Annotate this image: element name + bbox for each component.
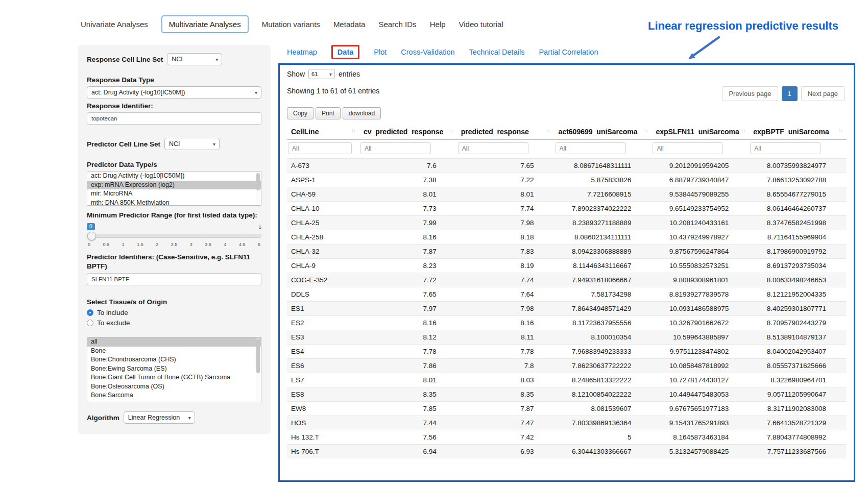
copy-button[interactable]: Copy (287, 107, 314, 119)
predictor-identifiers-input[interactable] (87, 273, 261, 285)
tab-plot[interactable]: Plot (374, 48, 387, 56)
radio-to-exclude-label: To exclude (97, 319, 130, 327)
list-option-bone-giant-cell-tumor-of-bone-gctb-sarcoma[interactable]: Bone:Giant Cell Tumor of Bone (GCTB) Sar… (87, 373, 261, 382)
scrollbar[interactable] (256, 173, 260, 204)
response-cell-line-set-select[interactable]: NCI ▾ (167, 53, 222, 65)
nav-item-help[interactable]: Help (430, 16, 446, 32)
sort-icon[interactable]: ↑↓ (449, 128, 453, 133)
scrollbar[interactable] (256, 338, 260, 401)
table-row[interactable]: ES88.358.358.1210085402222210.4494475483… (287, 387, 847, 402)
radio-to-include[interactable]: To include (87, 309, 261, 316)
cell-value: 8.16 (457, 316, 554, 330)
table-row[interactable]: COG-E-3527.727.747.949316180666679.80893… (287, 273, 847, 287)
response-identifier-input[interactable] (87, 112, 261, 125)
predictor-cell-line-set-select[interactable]: NCI ▾ (164, 138, 220, 150)
tab-partial-correlation[interactable]: Partial Correlation (539, 48, 598, 56)
list-option-bone-osteosarcoma-os[interactable]: Bone:Osteosarcoma (OS) (87, 382, 261, 392)
list-option-mir-microrna[interactable]: mir: MicroRNA (87, 189, 261, 199)
slider-track[interactable] (87, 234, 261, 238)
list-option-peripheral-nervous-system[interactable]: Peripheral_Nervous_System (87, 400, 261, 403)
scrollbar-thumb[interactable] (256, 339, 260, 373)
cell-value: 8.69137293735034 (749, 259, 847, 273)
cell-value: 8.08671648311111 (554, 159, 652, 173)
filter-input-expslfn11-unisarcoma[interactable] (653, 142, 723, 154)
nav-item-metadata[interactable]: Metadata (333, 16, 366, 32)
list-option-bone[interactable]: Bone (87, 347, 261, 356)
column-header-expbptf-unisarcoma[interactable]: ↑↓expBPTF_uniSarcoma (749, 124, 847, 140)
sort-icon[interactable]: ↑↓ (741, 128, 745, 133)
predictor-data-type-list[interactable]: act: Drug Activity (-log10[IC50M])exp: m… (87, 171, 261, 206)
column-header-act609699-unisarcoma[interactable]: ↑↓act609699_uniSarcoma (554, 124, 652, 140)
nav-item-univariate-analyses[interactable]: Univariate Analyses (81, 16, 148, 32)
tab-heatmap[interactable]: Heatmap (287, 48, 317, 56)
next-page-button[interactable]: Next page (801, 86, 845, 101)
sort-icon[interactable]: ↑↓ (351, 128, 355, 133)
table-row[interactable]: ES38.128.118.10001035410.5996438858978.5… (287, 330, 847, 345)
table-row[interactable]: ES28.168.168.1172363795555610.3267901662… (287, 316, 847, 330)
table-row[interactable]: CHLA-257.997.988.2389327118888910.208124… (287, 216, 847, 230)
table-row[interactable]: CHLA-2588.168.188.0860213411111110.43792… (287, 230, 847, 245)
tissue-list[interactable]: allBoneBone:Chondrosarcoma (CHS)Bone:Ewi… (87, 337, 261, 402)
filter-input-cv-predicted-response[interactable] (360, 142, 431, 154)
list-option-exp-mrna-expression-log2[interactable]: exp: mRNA Expression (log2) (87, 181, 261, 190)
table-row[interactable]: ES17.977.987.8643494857142910.0931486588… (287, 302, 847, 316)
radio-to-exclude[interactable]: To exclude (87, 319, 261, 327)
filter-input-act609699-unisarcoma[interactable] (556, 142, 626, 154)
sort-icon[interactable]: ↑↓ (838, 128, 842, 133)
previous-page-button[interactable]: Previous page (722, 86, 778, 101)
entries-count-select[interactable]: 61 ▾ (308, 69, 335, 79)
table-row[interactable]: ES47.787.787.968839492333339.97511238474… (287, 345, 847, 359)
download-button[interactable]: download (343, 107, 381, 119)
cell-value: 8.24865813322222 (554, 373, 652, 387)
column-header-cellline[interactable]: ↑↓CellLine (287, 124, 359, 140)
min-predictor-range-slider[interactable]: 0 5 00.511.522.533.544.55 (87, 223, 261, 249)
table-row[interactable]: CHA-598.018.017.72166089159.538445790892… (287, 187, 847, 202)
slider-tick: 1.5 (137, 242, 143, 247)
sort-icon[interactable]: ↑↓ (546, 128, 550, 133)
list-option-all[interactable]: all (87, 337, 261, 347)
nav-item-search-ids[interactable]: Search IDs (378, 16, 416, 32)
slider-tick: 0.5 (103, 242, 110, 247)
table-row[interactable]: Hs 132.T7.567.4258.16458734631847.880437… (287, 430, 847, 445)
list-option-act-drug-activity-log10-ic50m[interactable]: act: Drug Activity (-log10[IC50M]) (87, 172, 261, 181)
filter-input-cellline[interactable] (288, 142, 352, 154)
tab-cross-validation[interactable]: Cross-Validation (401, 48, 454, 56)
column-header-predicted-response[interactable]: ↑↓predicted_response (457, 124, 554, 140)
tab-data[interactable]: Data (331, 45, 359, 59)
column-header-cv-predicted-response[interactable]: ↑↓cv_predicted_response (359, 124, 457, 140)
cell-line-name: Hs 132.T (287, 430, 359, 445)
cell-line-name: Hs 706.T (287, 445, 359, 459)
table-row[interactable]: Hs 706.T6.946.936.304413033666675.313245… (287, 445, 847, 459)
nav-item-multivariate-analyses[interactable]: Multivariate Analyses (161, 15, 249, 33)
response-data-type-select[interactable]: act: Drug Activity (-log10[IC50M]) ▾ (87, 86, 261, 99)
filter-input-expbptf-unisarcoma[interactable] (750, 142, 821, 154)
table-row[interactable]: CHLA-327.877.838.094233068888899.8756759… (287, 245, 847, 259)
filter-input-predicted-response[interactable] (458, 142, 528, 154)
nav-item-video-tutorial[interactable]: Video tutorial (459, 16, 503, 32)
scrollbar-thumb[interactable] (256, 173, 260, 190)
table-row[interactable]: EW87.857.878.0815396079.676756519771838.… (287, 402, 847, 416)
table-row[interactable]: CHLA-98.238.198.1144634311666710.5550832… (287, 259, 847, 273)
table-row[interactable]: CHLA-107.737.747.890233740222229.6514923… (287, 202, 847, 216)
list-option-bone-ewing-sarcoma-es[interactable]: Bone:Ewing Sarcoma (ES) (87, 364, 261, 374)
slider-handle[interactable] (87, 232, 96, 240)
cell-value: 8.71164155969904 (749, 230, 847, 245)
sort-icon[interactable]: ↑↓ (643, 128, 647, 133)
column-header-expslfn11-unisarcoma[interactable]: ↑↓expSLFN11_uniSarcoma (652, 124, 749, 140)
table-row[interactable]: DDLS7.657.647.5817342988.819392778395788… (287, 287, 847, 302)
table-row[interactable]: HOS7.447.477.803398691363649.15431765291… (287, 416, 847, 430)
tab-technical-details[interactable]: Technical Details (469, 48, 525, 56)
table-row[interactable]: ASPS-17.387.225.8758338266.8879773934084… (287, 173, 847, 187)
table-row[interactable]: ES67.867.87.8623063772222210.08584878189… (287, 359, 847, 373)
cell-value: 7.86613253092788 (749, 173, 847, 187)
cell-value: 8.01 (359, 373, 457, 387)
list-option-mth-dna-850k-methylation[interactable]: mth: DNA 850K Methylation (87, 199, 261, 206)
list-option-bone-chondrosarcoma-chs[interactable]: Bone:Chondrosarcoma (CHS) (87, 355, 261, 364)
table-row[interactable]: ES78.018.038.2486581332222210.7278174430… (287, 373, 847, 387)
page-number-button[interactable]: 1 (782, 86, 798, 101)
list-option-bone-sarcoma[interactable]: Bone:Sarcoma (87, 391, 261, 400)
print-button[interactable]: Print (316, 107, 341, 119)
table-row[interactable]: A-6737.67.658.086716483111119.2012091959… (287, 159, 847, 173)
algorithm-select[interactable]: Linear Regression ▾ (124, 411, 195, 424)
nav-item-mutation-variants[interactable]: Mutation variants (262, 16, 320, 32)
